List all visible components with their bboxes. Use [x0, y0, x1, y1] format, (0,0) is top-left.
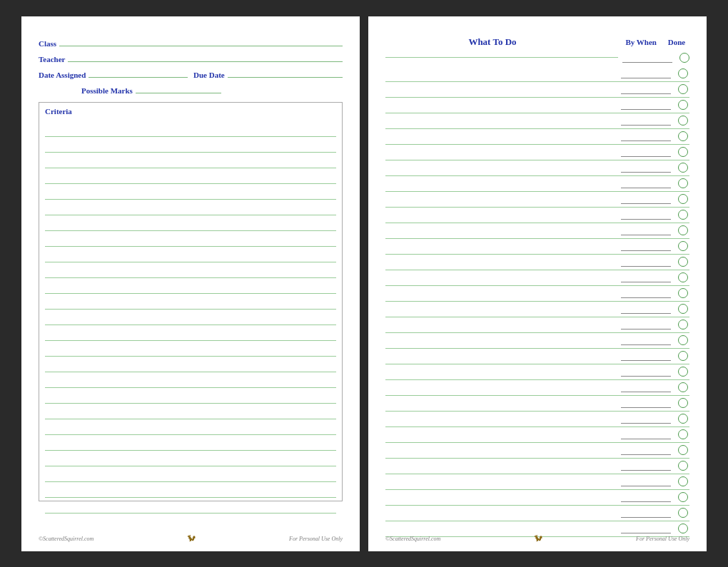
- criteria-line: [45, 278, 336, 294]
- done-checkbox[interactable]: [678, 84, 688, 94]
- done-checkbox[interactable]: [678, 147, 688, 157]
- criteria-line: [45, 482, 336, 498]
- task-bywhen-line: [621, 116, 671, 126]
- task-bywhen-line: [621, 476, 671, 486]
- task-bywhen-line: [621, 84, 671, 94]
- criteria-line: [45, 357, 336, 372]
- right-squirrel-icon: 🐿: [534, 533, 542, 544]
- task-row: [385, 192, 689, 208]
- done-checkbox[interactable]: [678, 178, 688, 188]
- task-bywhen-line: [621, 210, 671, 220]
- done-checkbox[interactable]: [678, 414, 688, 424]
- criteria-box: Criteria: [39, 102, 343, 501]
- criteria-line: [45, 153, 336, 168]
- task-rows: [385, 66, 689, 537]
- task-bywhen-line: [621, 147, 671, 157]
- criteria-lines: [45, 121, 336, 514]
- task-bywhen-line: [621, 225, 671, 235]
- task-bywhen-line: [621, 257, 671, 267]
- task-row: [385, 286, 689, 302]
- task-bywhen-line: [621, 178, 671, 188]
- task-bywhen-line: [621, 335, 671, 345]
- class-label: Class: [39, 39, 56, 48]
- done-checkbox[interactable]: [679, 53, 689, 63]
- task-row: [385, 239, 689, 255]
- done-checkbox[interactable]: [678, 116, 688, 126]
- done-checkbox[interactable]: [678, 163, 688, 173]
- criteria-line: [45, 466, 336, 482]
- task-row: [385, 66, 689, 82]
- done-checkbox[interactable]: [678, 320, 688, 330]
- task-row: [385, 98, 689, 113]
- done-checkbox[interactable]: [678, 335, 688, 345]
- date-assigned-line: [89, 68, 188, 78]
- task-row: [385, 208, 689, 223]
- done-checkbox[interactable]: [678, 382, 688, 392]
- due-date-group: Due Date: [193, 68, 343, 79]
- criteria-line: [45, 372, 336, 388]
- right-page: What To Do By When Done: [368, 16, 707, 551]
- task-row: [385, 255, 689, 270]
- task-bywhen-line: [621, 68, 671, 78]
- task-row: [385, 412, 689, 427]
- done-checkbox[interactable]: [678, 225, 688, 235]
- done-checkbox[interactable]: [678, 288, 688, 298]
- done-checkbox[interactable]: [678, 367, 688, 377]
- task-row: [385, 160, 689, 176]
- page-container: Class Teacher Date Assigned Due Date Pos…: [0, 0, 728, 567]
- two-page-layout: Class Teacher Date Assigned Due Date Pos…: [21, 16, 707, 551]
- criteria-line: [45, 294, 336, 310]
- task-bywhen-line: [621, 523, 671, 533]
- task-row: [385, 176, 689, 192]
- task-row: [385, 396, 689, 412]
- done-checkbox[interactable]: [678, 398, 688, 408]
- task-bywhen-line: [621, 304, 671, 314]
- done-checkbox[interactable]: [678, 241, 688, 251]
- top-line-row: [385, 52, 689, 63]
- task-row: [385, 380, 689, 396]
- possible-marks-line: [136, 83, 221, 93]
- done-checkbox[interactable]: [678, 131, 688, 141]
- done-checkbox[interactable]: [678, 523, 688, 533]
- done-checkbox[interactable]: [678, 476, 688, 486]
- task-bywhen-line: [621, 429, 671, 439]
- task-bywhen-line: [621, 398, 671, 408]
- possible-marks-label: Possible Marks: [81, 86, 133, 95]
- done-checkbox[interactable]: [678, 210, 688, 220]
- task-bywhen-line: [621, 194, 671, 204]
- done-checkbox[interactable]: [678, 304, 688, 314]
- due-date-label: Due Date: [193, 71, 225, 79]
- done-checkbox[interactable]: [678, 508, 688, 518]
- criteria-line: [45, 262, 336, 278]
- done-checkbox[interactable]: [678, 492, 688, 502]
- done-checkbox[interactable]: [678, 429, 688, 439]
- done-checkbox[interactable]: [678, 194, 688, 204]
- done-checkbox[interactable]: [678, 351, 688, 361]
- criteria-line: [45, 388, 336, 404]
- teacher-line: [68, 52, 343, 62]
- task-bywhen-line: [621, 272, 671, 282]
- done-checkbox[interactable]: [678, 445, 688, 455]
- done-checkbox[interactable]: [678, 68, 688, 78]
- task-row: [385, 223, 689, 239]
- task-row: [385, 302, 689, 317]
- criteria-line: [45, 419, 336, 435]
- task-bywhen-line: [621, 461, 671, 471]
- task-row: [385, 129, 689, 145]
- left-page: Class Teacher Date Assigned Due Date Pos…: [21, 16, 360, 551]
- task-row: [385, 459, 689, 474]
- done-checkbox[interactable]: [678, 100, 688, 110]
- left-copyright: ©ScatteredSquirrel.com: [39, 536, 93, 542]
- done-checkbox[interactable]: [678, 257, 688, 267]
- task-bywhen-line: [621, 414, 671, 424]
- task-row: [385, 506, 689, 521]
- task-bywhen-line: [621, 382, 671, 392]
- criteria-line: [45, 247, 336, 262]
- criteria-line: [45, 215, 336, 231]
- done-checkbox[interactable]: [678, 272, 688, 282]
- criteria-line: [45, 404, 336, 419]
- done-checkbox[interactable]: [678, 461, 688, 471]
- task-row: [385, 113, 689, 129]
- task-bywhen-line: [621, 163, 671, 173]
- task-row: [385, 145, 689, 160]
